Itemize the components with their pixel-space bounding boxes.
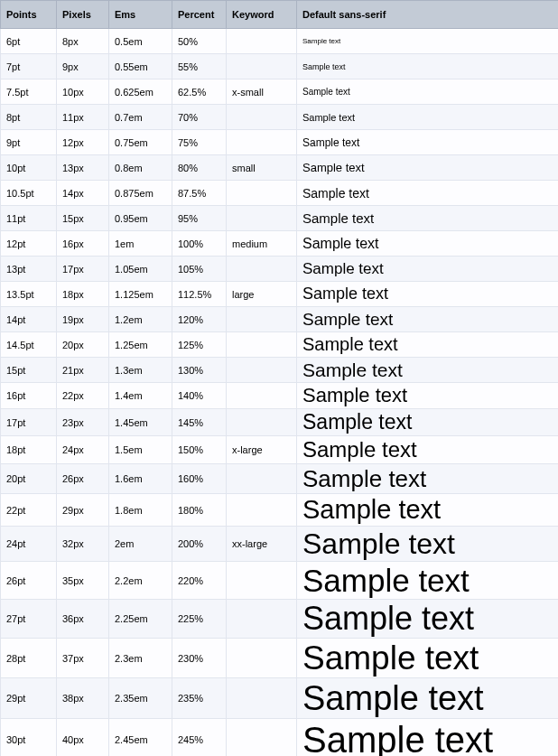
table-row: 27pt36px2.25em225%Sample text xyxy=(1,600,559,639)
cell-sample: Sample text xyxy=(297,130,559,155)
cell-ems: 1.2em xyxy=(109,307,172,332)
cell-ems: 2.35em xyxy=(109,678,172,719)
cell-points: 28pt xyxy=(1,639,57,678)
cell-percent: 62.5% xyxy=(172,79,227,105)
cell-sample: Sample text xyxy=(297,494,559,527)
header-sample: Default sans-serif xyxy=(297,1,559,29)
cell-points: 14.5pt xyxy=(1,332,57,358)
cell-sample: Sample text xyxy=(297,332,559,358)
header-percent: Percent xyxy=(172,1,227,29)
cell-points: 17pt xyxy=(1,409,57,436)
cell-percent: 95% xyxy=(172,206,227,231)
cell-percent: 160% xyxy=(172,464,227,494)
table-row: 24pt32px2em200%xx-largeSample text xyxy=(1,527,559,562)
cell-percent: 105% xyxy=(172,257,227,282)
cell-ems: 0.7em xyxy=(109,105,172,130)
table-row: 10pt13px0.8em80%smallSample text xyxy=(1,155,559,181)
cell-pixels: 20px xyxy=(57,332,109,358)
cell-percent: 225% xyxy=(172,600,227,639)
cell-pixels: 13px xyxy=(57,155,109,181)
cell-points: 11pt xyxy=(1,206,57,231)
cell-sample: Sample text xyxy=(297,54,559,79)
cell-pixels: 19px xyxy=(57,307,109,332)
cell-ems: 0.875em xyxy=(109,181,172,206)
table-row: 26pt35px2.2em220%Sample text xyxy=(1,562,559,600)
header-ems: Ems xyxy=(109,1,172,29)
cell-points: 26pt xyxy=(1,562,57,600)
cell-sample: Sample text xyxy=(297,282,559,307)
cell-keyword: medium xyxy=(227,231,297,257)
cell-percent: 75% xyxy=(172,130,227,155)
cell-ems: 1.6em xyxy=(109,464,172,494)
cell-sample: Sample text xyxy=(297,206,559,231)
cell-ems: 1.8em xyxy=(109,494,172,527)
cell-pixels: 11px xyxy=(57,105,109,130)
cell-ems: 1.45em xyxy=(109,409,172,436)
cell-keyword xyxy=(227,494,297,527)
cell-ems: 0.55em xyxy=(109,54,172,79)
cell-sample: Sample text xyxy=(297,600,559,639)
cell-keyword xyxy=(227,639,297,678)
table-row: 30pt40px2.45em245%Sample text xyxy=(1,719,559,757)
cell-ems: 1.5em xyxy=(109,436,172,464)
cell-points: 18pt xyxy=(1,436,57,464)
cell-sample: Sample text xyxy=(297,562,559,600)
cell-percent: 180% xyxy=(172,494,227,527)
cell-pixels: 38px xyxy=(57,678,109,719)
table-row: 14pt19px1.2em120%Sample text xyxy=(1,307,559,332)
cell-points: 7.5pt xyxy=(1,79,57,105)
cell-percent: 50% xyxy=(172,29,227,54)
cell-points: 14pt xyxy=(1,307,57,332)
cell-sample: Sample text xyxy=(297,257,559,282)
cell-pixels: 21px xyxy=(57,358,109,383)
cell-percent: 112.5% xyxy=(172,282,227,307)
cell-sample: Sample text xyxy=(297,639,559,678)
table-row: 12pt16px1em100%mediumSample text xyxy=(1,231,559,257)
cell-keyword: large xyxy=(227,282,297,307)
table-row: 13pt17px1.05em105%Sample text xyxy=(1,257,559,282)
cell-sample: Sample text xyxy=(297,409,559,436)
cell-sample: Sample text xyxy=(297,105,559,130)
cell-percent: 140% xyxy=(172,383,227,409)
table-row: 8pt11px0.7em70%Sample text xyxy=(1,105,559,130)
cell-pixels: 26px xyxy=(57,464,109,494)
cell-sample: Sample text xyxy=(297,29,559,54)
cell-points: 12pt xyxy=(1,231,57,257)
cell-sample: Sample text xyxy=(297,181,559,206)
cell-percent: 55% xyxy=(172,54,227,79)
cell-pixels: 29px xyxy=(57,494,109,527)
cell-points: 15pt xyxy=(1,358,57,383)
cell-points: 13pt xyxy=(1,257,57,282)
cell-percent: 130% xyxy=(172,358,227,383)
cell-percent: 70% xyxy=(172,105,227,130)
table-row: 20pt26px1.6em160%Sample text xyxy=(1,464,559,494)
cell-ems: 2.2em xyxy=(109,562,172,600)
cell-keyword: small xyxy=(227,155,297,181)
cell-points: 10pt xyxy=(1,155,57,181)
table-row: 6pt8px0.5em50%Sample text xyxy=(1,29,559,54)
cell-sample: Sample text xyxy=(297,383,559,409)
cell-pixels: 32px xyxy=(57,527,109,562)
cell-percent: 125% xyxy=(172,332,227,358)
cell-sample: Sample text xyxy=(297,155,559,181)
cell-keyword xyxy=(227,54,297,79)
cell-keyword xyxy=(227,358,297,383)
cell-keyword xyxy=(227,307,297,332)
cell-points: 27pt xyxy=(1,600,57,639)
cell-sample: Sample text xyxy=(297,436,559,464)
table-row: 10.5pt14px0.875em87.5%Sample text xyxy=(1,181,559,206)
cell-keyword xyxy=(227,105,297,130)
cell-sample: Sample text xyxy=(297,358,559,383)
cell-ems: 0.75em xyxy=(109,130,172,155)
cell-pixels: 36px xyxy=(57,600,109,639)
table-row: 11pt15px0.95em95%Sample text xyxy=(1,206,559,231)
cell-ems: 1.125em xyxy=(109,282,172,307)
cell-pixels: 17px xyxy=(57,257,109,282)
header-pixels: Pixels xyxy=(57,1,109,29)
cell-sample: Sample text xyxy=(297,464,559,494)
cell-ems: 2.45em xyxy=(109,719,172,757)
cell-pixels: 14px xyxy=(57,181,109,206)
cell-pixels: 9px xyxy=(57,54,109,79)
table-row: 15pt21px1.3em130%Sample text xyxy=(1,358,559,383)
cell-percent: 120% xyxy=(172,307,227,332)
